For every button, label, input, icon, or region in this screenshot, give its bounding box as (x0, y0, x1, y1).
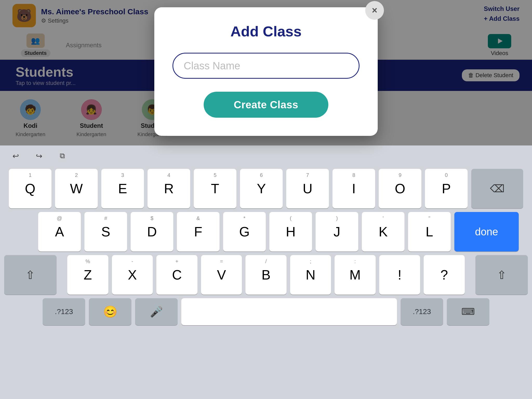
key-row-1: 1 Q 2 W 3 E 4 R 5 T 6 Y (4, 169, 528, 208)
num-label-right: .?123 (413, 308, 431, 316)
key-num-left[interactable]: .?123 (43, 298, 85, 325)
key-emoji[interactable]: 😊 (89, 298, 131, 325)
modal-title: Add Class (172, 23, 360, 40)
key-x[interactable]: - X (112, 255, 153, 295)
key-q[interactable]: 1 Q (9, 169, 51, 208)
add-class-modal: × Add Class Create Class (154, 7, 378, 136)
keyboard-area: ↩ ↪ ⧉ 1 Q 2 W 3 E 4 R 5 T (0, 145, 532, 399)
key-a[interactable]: @ A (38, 212, 81, 251)
redo-button[interactable]: ↪ (31, 148, 47, 164)
key-c[interactable]: + C (156, 255, 197, 295)
key-backspace[interactable]: ⌫ (471, 169, 523, 208)
key-mic[interactable]: 🎤 (135, 298, 178, 325)
key-r[interactable]: 4 R (148, 169, 190, 208)
shift-spacer-right (468, 255, 472, 295)
key-e[interactable]: 3 E (101, 169, 144, 208)
key-shift-left[interactable]: ⇧ (4, 255, 57, 295)
shift-spacer (60, 255, 64, 295)
key-u[interactable]: 7 U (286, 169, 329, 208)
key-k[interactable]: ' K (362, 212, 404, 251)
key-n[interactable]: ; N (290, 255, 331, 295)
key-question[interactable]: ? (424, 255, 465, 295)
key-row-3: ⇧ % Z - X + C = V / B (4, 255, 528, 295)
key-exclaim[interactable]: ! (379, 255, 420, 295)
key-z[interactable]: % Z (67, 255, 108, 295)
key-w[interactable]: 2 W (55, 169, 98, 208)
key-f[interactable]: & F (177, 212, 220, 251)
key-num-right[interactable]: .?123 (401, 298, 443, 325)
key-h[interactable]: ( H (269, 212, 312, 251)
key-b[interactable]: / B (245, 255, 287, 295)
key-g[interactable]: * G (223, 212, 266, 251)
key-shift-right[interactable]: ⇧ (475, 255, 528, 295)
row2-spacer-left (13, 212, 35, 251)
key-m[interactable]: : M (335, 255, 376, 295)
keyboard-toolbar: ↩ ↪ ⧉ (0, 145, 532, 166)
copy-button[interactable]: ⧉ (55, 148, 70, 164)
undo-button[interactable]: ↩ (8, 148, 23, 164)
key-p[interactable]: 0 P (425, 169, 468, 208)
create-class-button[interactable]: Create Class (204, 92, 328, 118)
class-name-input[interactable] (172, 53, 360, 79)
key-t[interactable]: 5 T (194, 169, 236, 208)
key-row-2: @ A # S $ D & F * G ( H (4, 212, 528, 251)
key-v[interactable]: = V (201, 255, 242, 295)
key-hide-keyboard[interactable]: ⌨ (447, 298, 489, 325)
key-i[interactable]: 8 I (332, 169, 375, 208)
key-l[interactable]: " L (408, 212, 451, 251)
key-j[interactable]: ) J (316, 212, 358, 251)
key-d[interactable]: $ D (131, 212, 173, 251)
key-row-bottom: .?123 😊 🎤 .?123 ⌨ (4, 298, 528, 325)
key-s[interactable]: # S (84, 212, 127, 251)
key-space[interactable] (181, 298, 397, 325)
keyboard-keys: 1 Q 2 W 3 E 4 R 5 T 6 Y (0, 166, 532, 328)
key-done[interactable]: done (454, 212, 519, 251)
close-modal-button[interactable]: × (365, 1, 384, 20)
num-label-left: .?123 (55, 308, 73, 316)
key-y[interactable]: 6 Y (240, 169, 283, 208)
key-o[interactable]: 9 O (379, 169, 421, 208)
